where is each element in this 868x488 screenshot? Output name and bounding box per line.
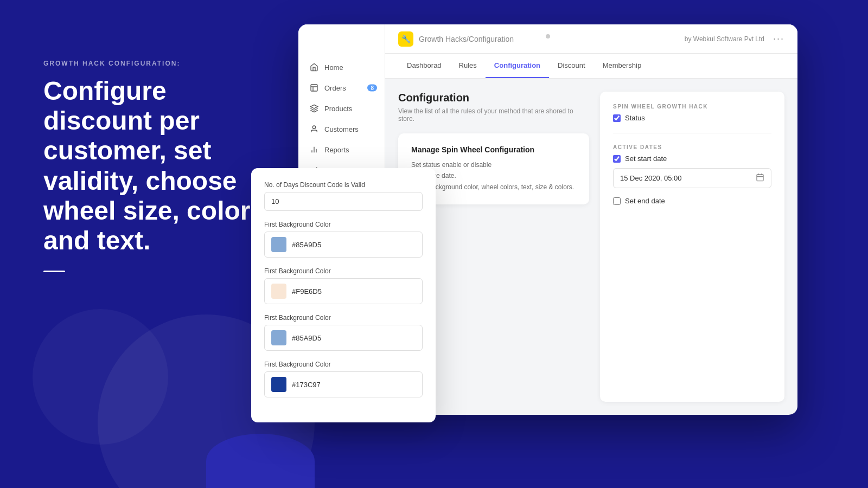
sidebar-label-orders: Orders — [324, 84, 346, 92]
svg-point-2 — [312, 126, 315, 129]
config-right-panel: SPIN WHEEL GROWTH HACK Status ACTIVE DAT… — [600, 92, 784, 402]
form-label-color1: First Background Color — [264, 221, 423, 228]
sidebar-item-reports[interactable]: Reports — [298, 139, 385, 160]
breadcrumb: Growth Hacks/Configuration — [419, 35, 685, 43]
spin-wheel-line1: Set status enable or disable — [411, 159, 576, 170]
config-title: Configuration — [398, 92, 589, 104]
breadcrumb-current: Configuration — [469, 35, 514, 43]
active-dates-label: ACTIVE DATES — [613, 144, 771, 150]
start-date-label: Set start date — [625, 155, 667, 163]
end-date-checkbox-row: Set end date — [613, 197, 771, 205]
sidebar-label-customers: Customers — [324, 125, 359, 133]
color-swatch-4 — [271, 377, 286, 392]
bottom-wave — [206, 434, 315, 488]
home-icon — [309, 62, 319, 72]
form-input-days-value: 10 — [271, 197, 279, 206]
start-date-checkbox[interactable] — [613, 155, 621, 163]
form-input-color3[interactable]: #85A9D5 — [264, 325, 423, 351]
end-date-label: Set end date — [625, 197, 665, 205]
form-group-color2: First Background Color #F9E6D5 — [264, 267, 423, 304]
tab-dashboard[interactable]: Dashborad — [398, 54, 450, 78]
orders-badge: 8 — [367, 85, 377, 92]
sidebar-item-products[interactable]: Products — [298, 98, 385, 119]
svg-marker-1 — [310, 105, 317, 108]
sidebar-item-orders[interactable]: Orders 8 — [298, 78, 385, 98]
spin-wheel-line2: Set active date. — [411, 170, 576, 181]
form-group-days: No. of Days Discount Code is Valid 10 — [264, 181, 423, 211]
logo-emoji: 🔧 — [401, 35, 411, 43]
left-panel-divider — [43, 271, 65, 272]
orders-icon — [309, 83, 319, 93]
form-label-days: No. of Days Discount Code is Valid — [264, 181, 423, 189]
sidebar-item-customers[interactable]: Customers — [298, 119, 385, 139]
form-input-color1[interactable]: #85A9D5 — [264, 232, 423, 258]
floating-form-card: No. of Days Discount Code is Valid 10 Fi… — [251, 168, 436, 422]
form-input-color4[interactable]: #173C97 — [264, 371, 423, 397]
vendor-label: by Webkul Software Pvt Ltd — [685, 35, 764, 43]
main-content: 🔧 Growth Hacks/Configuration by Webkul S… — [385, 24, 797, 415]
bg-circle-2 — [33, 309, 168, 445]
sidebar-item-home[interactable]: Home — [298, 57, 385, 78]
form-input-color1-value: #85A9D5 — [292, 241, 321, 249]
form-group-color4: First Background Color #173C97 — [264, 361, 423, 397]
spin-wheel-line3: Set a background color, wheel colors, te… — [411, 182, 576, 192]
date-value: 15 Dec 2020, 05:00 — [620, 174, 681, 182]
start-date-checkbox-row: Set start date — [613, 155, 771, 163]
svg-rect-0 — [311, 85, 317, 91]
sidebar-label-home: Home — [324, 63, 343, 72]
tab-configuration[interactable]: Configuration — [486, 54, 549, 78]
date-input[interactable]: 15 Dec 2020, 05:00 — [613, 168, 771, 188]
calendar-icon — [756, 173, 764, 183]
sidebar-label-products: Products — [324, 105, 352, 113]
form-input-color3-value: #85A9D5 — [292, 334, 321, 342]
customers-icon — [309, 124, 319, 134]
status-label: Status — [625, 114, 645, 122]
sidebar-label-reports: Reports — [324, 146, 349, 154]
config-desc: View the list of all the rules of your m… — [398, 107, 589, 123]
color-swatch-1 — [271, 237, 286, 252]
more-icon[interactable]: ··· — [773, 33, 784, 44]
form-label-color3: First Background Color — [264, 314, 423, 322]
config-area: Configuration View the list of all the r… — [385, 79, 797, 415]
nav-tabs: Dashborad Rules Configuration Discount M… — [385, 54, 797, 79]
app-header: 🔧 Growth Hacks/Configuration by Webkul S… — [385, 24, 797, 54]
breadcrumb-prefix: Growth Hacks — [419, 35, 467, 43]
tab-membership[interactable]: Membership — [594, 54, 650, 78]
svg-rect-13 — [757, 175, 763, 181]
end-date-checkbox[interactable] — [613, 197, 621, 205]
form-label-color2: First Background Color — [264, 267, 423, 275]
left-panel-subtitle: GROWTH HACK CONFIGURATION: — [43, 60, 271, 67]
form-group-color3: First Background Color #85A9D5 — [264, 314, 423, 351]
form-input-color2-value: #F9E6D5 — [292, 287, 322, 296]
form-input-days[interactable]: 10 — [264, 192, 423, 211]
panel-divider — [613, 133, 771, 133]
spin-wheel-title: Manage Spin Wheel Configuration — [411, 145, 576, 154]
color-swatch-2 — [271, 284, 286, 299]
form-input-color2[interactable]: #F9E6D5 — [264, 278, 423, 304]
spin-wheel-section-label: SPIN WHEEL GROWTH HACK — [613, 104, 771, 110]
left-panel: GROWTH HACK CONFIGURATION: Configure dis… — [43, 60, 271, 272]
color-swatch-3 — [271, 330, 286, 345]
status-checkbox-row: Status — [613, 114, 771, 122]
reports-icon — [309, 145, 319, 155]
form-input-color4-value: #173C97 — [292, 381, 321, 389]
status-checkbox[interactable] — [613, 114, 621, 122]
app-logo: 🔧 — [398, 31, 413, 47]
form-group-color1: First Background Color #85A9D5 — [264, 221, 423, 258]
tab-discount[interactable]: Discount — [549, 54, 594, 78]
window-dot — [546, 34, 550, 38]
form-label-color4: First Background Color — [264, 361, 423, 368]
products-icon — [309, 104, 319, 113]
left-panel-title: Configure discount per customer, set val… — [43, 76, 271, 255]
tab-rules[interactable]: Rules — [450, 54, 486, 78]
